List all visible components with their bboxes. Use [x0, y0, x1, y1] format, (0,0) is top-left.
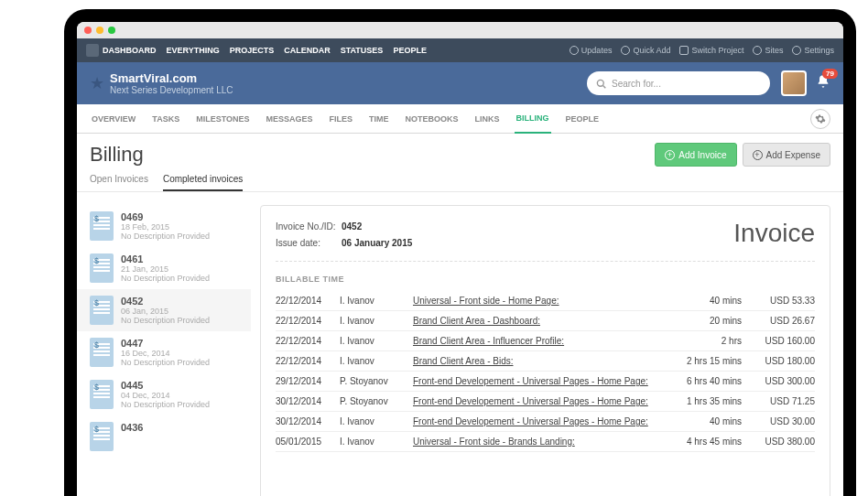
- table-row: 05/01/2015I. IvanovUniversal - Front sid…: [276, 432, 815, 452]
- invoice-date: 16 Dec, 2014: [121, 349, 210, 358]
- cell-person: I. Ivanov: [340, 331, 413, 351]
- nav-quickadd[interactable]: Quick Add: [621, 46, 670, 55]
- tab-files[interactable]: FILES: [328, 104, 355, 134]
- invoice-item[interactable]: 0436: [90, 415, 251, 458]
- nav-projects[interactable]: PROJECTS: [230, 46, 275, 55]
- nav-everything[interactable]: EVERYTHING: [167, 46, 220, 55]
- cell-person: I. Ivanov: [340, 412, 413, 432]
- cell-task[interactable]: Brand Client Area - Bids:: [413, 351, 659, 372]
- document-icon: [90, 296, 114, 325]
- sub-nav: OVERVIEW TASKS MILESTONES MESSAGES FILES…: [77, 104, 843, 134]
- info-icon: [570, 46, 579, 55]
- table-row: 22/12/2014I. IvanovUniversal - Front sid…: [276, 291, 815, 311]
- tab-overview[interactable]: OVERVIEW: [90, 104, 137, 134]
- billable-table: 22/12/2014I. IvanovUniversal - Front sid…: [276, 291, 815, 452]
- cell-time: 1 hrs 35 mins: [659, 392, 742, 412]
- cell-task[interactable]: Brand Client Area - Dashboard:: [413, 311, 659, 331]
- table-row: 29/12/2014P. StoyanovFront-end Developem…: [276, 372, 815, 392]
- brand[interactable]: SmartViral.com Next Series Development L…: [110, 71, 233, 95]
- table-row: 30/12/2014I. IvanovFront-end Developemen…: [276, 412, 815, 432]
- switch-icon: [679, 46, 689, 55]
- nav-sites[interactable]: Sites: [753, 46, 783, 55]
- invoice-detail: Invoice No./ID:0452 Issue date:06 Januar…: [260, 205, 830, 496]
- add-expense-button[interactable]: +Add Expense: [743, 143, 831, 167]
- tab-completed-invoices[interactable]: Completed invoices: [163, 174, 243, 191]
- cell-person: P. Stoyanov: [340, 372, 413, 392]
- invoice-id: 0452: [121, 296, 210, 307]
- invoice-desc: No Description Provided: [121, 232, 210, 241]
- invoice-item[interactable]: 045206 Jan, 2015No Description Provided: [77, 289, 251, 331]
- cell-task[interactable]: Front-end Developement - Universal Pages…: [413, 392, 659, 412]
- section-billable-time: BILLABLE TIME: [276, 275, 815, 284]
- minimize-icon[interactable]: [96, 27, 103, 34]
- nav-updates[interactable]: Updates: [570, 46, 613, 55]
- cell-amount: USD 30.00: [742, 412, 815, 432]
- tab-open-invoices[interactable]: Open Invoices: [90, 174, 148, 191]
- cell-date: 29/12/2014: [276, 372, 340, 392]
- cell-task[interactable]: Brand Client Area - Influencer Profile:: [413, 331, 659, 351]
- cell-task[interactable]: Universal - Front side - Brands Landing:: [413, 432, 659, 452]
- invoice-item[interactable]: 046918 Feb, 2015No Description Provided: [90, 205, 251, 247]
- tab-billing[interactable]: BILLING: [515, 104, 551, 134]
- tab-notebooks[interactable]: NOTEBOOKS: [404, 104, 461, 134]
- table-row: 22/12/2014I. IvanovBrand Client Area - I…: [276, 331, 815, 351]
- cell-amount: USD 160.00: [742, 331, 815, 351]
- invoice-heading: Invoice: [733, 219, 815, 252]
- document-icon: [90, 380, 114, 409]
- page-title: Billing: [90, 143, 144, 167]
- label-invoice-no: Invoice No./ID:: [276, 219, 342, 235]
- cell-task[interactable]: Front-end Developement - Universal Pages…: [413, 372, 659, 392]
- avatar[interactable]: [781, 70, 807, 96]
- invoice-id: 0436: [121, 422, 143, 433]
- invoice-desc: No Description Provided: [121, 358, 210, 367]
- cell-time: 20 mins: [659, 311, 742, 331]
- cell-task[interactable]: Front-end Developement - Universal Pages…: [413, 412, 659, 432]
- invoice-item[interactable]: 044504 Dec, 2014No Description Provided: [90, 373, 251, 415]
- search-placeholder: Search for...: [612, 79, 661, 89]
- cell-time: 4 hrs 45 mins: [659, 432, 742, 452]
- tab-time[interactable]: TIME: [367, 104, 391, 134]
- nav-switch[interactable]: Switch Project: [679, 46, 743, 55]
- close-icon[interactable]: [84, 27, 92, 34]
- tab-messages[interactable]: MESSAGES: [265, 104, 315, 134]
- cell-date: 22/12/2014: [276, 311, 340, 331]
- cell-task[interactable]: Universal - Front side - Home Page:: [413, 291, 659, 311]
- notification-badge: 79: [822, 69, 838, 79]
- nav-calendar[interactable]: CALENDAR: [284, 46, 331, 55]
- nav-people[interactable]: PEOPLE: [393, 46, 427, 55]
- cell-person: I. Ivanov: [340, 291, 413, 311]
- cell-date: 22/12/2014: [276, 331, 340, 351]
- nav-settings[interactable]: Settings: [792, 46, 834, 55]
- settings-button[interactable]: [810, 109, 830, 129]
- star-icon[interactable]: ★: [90, 73, 104, 93]
- tab-links[interactable]: LINKS: [473, 104, 502, 134]
- invoice-id: 0447: [121, 338, 210, 349]
- cell-amount: USD 71.25: [742, 392, 815, 412]
- invoice-id: 0461: [121, 253, 210, 264]
- add-invoice-button[interactable]: +Add Invoice: [655, 143, 736, 167]
- nav-statuses[interactable]: STATUSES: [341, 46, 384, 55]
- table-row: 30/12/2014P. StoyanovFront-end Developem…: [276, 392, 815, 412]
- cell-person: I. Ivanov: [340, 311, 413, 331]
- cell-amount: USD 300.00: [742, 372, 815, 392]
- invoice-item[interactable]: 046121 Jan, 2015No Description Provided: [90, 247, 251, 289]
- cell-time: 2 hrs 15 mins: [659, 351, 742, 372]
- label-issue-date: Issue date:: [276, 235, 342, 252]
- maximize-icon[interactable]: [108, 27, 115, 34]
- search-input[interactable]: Search for...: [587, 71, 770, 95]
- tab-milestones[interactable]: MILESTONES: [194, 104, 251, 134]
- tab-people[interactable]: PEOPLE: [564, 104, 602, 134]
- globe-icon: [753, 46, 762, 55]
- invoice-item[interactable]: 044716 Dec, 2014No Description Provided: [90, 331, 251, 373]
- document-icon: [90, 422, 114, 451]
- tab-tasks[interactable]: TASKS: [150, 104, 181, 134]
- document-icon: [90, 338, 114, 367]
- nav-dashboard[interactable]: DASHBOARD: [103, 46, 157, 55]
- cell-date: 22/12/2014: [276, 351, 340, 372]
- home-icon[interactable]: [86, 44, 99, 57]
- nav-left: DASHBOARD EVERYTHING PROJECTS CALENDAR S…: [103, 46, 427, 55]
- screen: DASHBOARD EVERYTHING PROJECTS CALENDAR S…: [77, 22, 843, 496]
- cell-person: P. Stoyanov: [340, 392, 413, 412]
- invoice-id: 0445: [121, 380, 210, 391]
- notifications-button[interactable]: 79: [816, 74, 830, 92]
